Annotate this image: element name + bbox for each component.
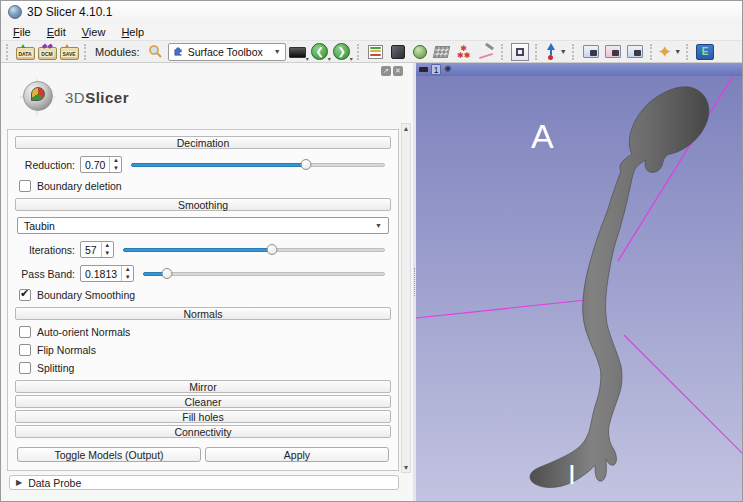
- menu-file[interactable]: File: [5, 25, 39, 39]
- orientation-label-anterior: A: [531, 117, 554, 155]
- slider-handle[interactable]: [162, 268, 173, 279]
- passband-slider[interactable]: [143, 267, 385, 281]
- chevron-down-icon: ▼: [674, 48, 681, 55]
- view-controller-bar: 1 ✺: [416, 63, 742, 76]
- extensions-manager-button[interactable]: E: [695, 42, 715, 62]
- app-icon: [8, 5, 22, 19]
- capture-screen-button[interactable]: [581, 42, 601, 62]
- window-title: 3D Slicer 4.10.1: [27, 5, 112, 19]
- forward-icon: ❯: [333, 43, 350, 60]
- save-button[interactable]: ▲ SAVE: [59, 42, 79, 62]
- save-icon: ▲ SAVE: [60, 47, 79, 60]
- scroll-up-icon[interactable]: ▲: [402, 125, 410, 132]
- section-smoothing[interactable]: Smoothing: [15, 198, 391, 211]
- surface-toolbox-panel: Decimation Reduction: 0.70 ▲▼ Bou: [7, 129, 399, 471]
- pin-icon[interactable]: [419, 67, 428, 72]
- section-normals[interactable]: Normals: [15, 307, 391, 320]
- boundary-smoothing-checkbox[interactable]: [19, 289, 31, 301]
- panel-scrollbar[interactable]: ▲ ▼: [401, 123, 411, 473]
- spinbox-arrows[interactable]: ▲▼: [101, 242, 113, 257]
- view-3d: 1 ✺: [416, 63, 742, 502]
- search-icon: [148, 44, 163, 59]
- module-back-button[interactable]: ❮ ▾: [310, 42, 330, 62]
- title-bar: 3D Slicer 4.10.1: [1, 1, 742, 23]
- boundary-deletion-checkbox[interactable]: [19, 180, 31, 192]
- render-area[interactable]: A I: [416, 76, 742, 502]
- module-selector[interactable]: Surface Toolbox ▼: [168, 43, 286, 61]
- data-probe-section[interactable]: ▶ Data Probe: [9, 475, 399, 490]
- annotations-module-button[interactable]: [476, 42, 496, 62]
- capture-scene-button[interactable]: [603, 42, 623, 62]
- apply-button[interactable]: Apply: [205, 447, 389, 462]
- reduction-spinbox[interactable]: 0.70 ▲▼: [80, 156, 122, 173]
- back-icon: ❮: [311, 43, 328, 60]
- layout-selector-button[interactable]: [366, 42, 386, 62]
- spinbox-arrows[interactable]: ▲▼: [121, 266, 133, 281]
- close-panel-button[interactable]: ✕: [393, 66, 403, 76]
- passband-label: Pass Band:: [17, 268, 75, 280]
- layout-icon: [368, 45, 383, 59]
- load-data-button[interactable]: ▲ DATA: [15, 42, 35, 62]
- orientation-label-inferior: I: [568, 459, 576, 490]
- surface-model: [530, 87, 709, 488]
- models-module-button[interactable]: [410, 42, 430, 62]
- flip-normals-checkbox[interactable]: [19, 344, 31, 356]
- dicom-button[interactable]: ◆◆ DCM: [37, 42, 57, 62]
- reduction-slider[interactable]: [131, 158, 385, 172]
- menu-help[interactable]: Help: [113, 25, 152, 39]
- transforms-module-button[interactable]: [432, 42, 452, 62]
- extensions-icon: E: [696, 44, 714, 60]
- capture-zoom-button[interactable]: [625, 42, 645, 62]
- module-search-button[interactable]: [146, 42, 166, 62]
- action-buttons: Toggle Models (Output) Apply: [17, 447, 389, 462]
- compass-star-icon: ✦: [659, 44, 672, 59]
- slider-handle[interactable]: [301, 159, 312, 170]
- chevron-down-icon: ▼: [375, 222, 382, 229]
- spinbox-arrows[interactable]: ▲▼: [109, 157, 121, 172]
- splitting-checkbox[interactable]: [19, 362, 31, 374]
- splitting-row: Splitting: [19, 362, 389, 374]
- data-probe-label: Data Probe: [28, 477, 81, 489]
- crosshair-icon: [544, 43, 556, 60]
- panel-window-buttons: ↗ ✕: [381, 66, 403, 76]
- section-cleaner[interactable]: Cleaner: [15, 395, 391, 408]
- toggle-models-button[interactable]: Toggle Models (Output): [17, 447, 201, 462]
- main-area: ↗ ✕ 3DSlicer Decimation Reduction:: [1, 63, 742, 502]
- gear-icon[interactable]: ✺: [444, 65, 452, 74]
- viewpoint-button[interactable]: ✦ ▼: [659, 42, 682, 62]
- slice-line-2: [416, 300, 586, 318]
- scroll-down-icon[interactable]: ▼: [402, 464, 410, 471]
- iterations-spinbox[interactable]: 57 ▲▼: [80, 241, 114, 258]
- section-decimation[interactable]: Decimation: [15, 136, 391, 149]
- section-mirror[interactable]: Mirror: [15, 380, 391, 393]
- reduction-row: Reduction: 0.70 ▲▼: [17, 156, 389, 173]
- mesh-icon: [433, 46, 451, 58]
- annotation-icon: [478, 45, 494, 59]
- passband-spinbox[interactable]: 0.1813 ▲▼: [80, 265, 134, 282]
- module-forward-button[interactable]: ❯ ▾: [332, 42, 352, 62]
- auto-orient-normals-checkbox[interactable]: [19, 326, 31, 338]
- module-history-button[interactable]: ▾: [288, 42, 308, 62]
- smoothing-method-selector[interactable]: Taubin ▼: [17, 217, 389, 234]
- expand-triangle-icon: ▶: [16, 478, 22, 487]
- crosshair-button[interactable]: ▼: [544, 42, 567, 62]
- section-fill-holes[interactable]: Fill holes: [15, 410, 391, 423]
- capture-scene-icon: [605, 45, 621, 58]
- undock-panel-button[interactable]: ↗: [381, 66, 391, 76]
- toolbar-handle: [6, 44, 10, 60]
- iterations-label: Iterations:: [17, 244, 75, 256]
- markups-icon: ✱✱✱: [455, 45, 473, 59]
- screenshot-button[interactable]: [510, 42, 530, 62]
- slider-handle[interactable]: [267, 244, 278, 255]
- volumes-module-button[interactable]: [388, 42, 408, 62]
- slicer-logo-text: 3DSlicer: [65, 89, 129, 106]
- chevron-down-icon: ▼: [274, 48, 281, 55]
- iterations-slider[interactable]: [123, 243, 385, 257]
- main-toolbar: ▲ DATA ◆◆ DCM ▲ SAVE Modules:: [1, 41, 742, 63]
- sphere-icon: [413, 45, 427, 59]
- menu-edit[interactable]: Edit: [39, 25, 74, 39]
- section-connectivity[interactable]: Connectivity: [15, 425, 391, 438]
- module-panel: ↗ ✕ 3DSlicer Decimation Reduction:: [1, 63, 413, 502]
- menu-view[interactable]: View: [74, 25, 114, 39]
- markups-module-button[interactable]: ✱✱✱: [454, 42, 474, 62]
